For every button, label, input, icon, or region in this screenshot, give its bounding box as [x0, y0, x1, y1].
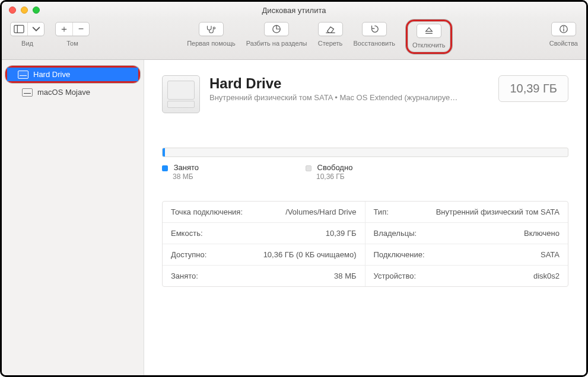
erase-button[interactable]: [318, 22, 343, 36]
chevron-down-icon: [27, 23, 44, 36]
toolbar-item-partition: Разбить на разделы: [246, 22, 307, 47]
svg-point-8: [563, 27, 564, 27]
usage-bar-used: [163, 148, 165, 156]
info-icon: [558, 24, 569, 34]
legend-free: Свободно 10,36 ГБ: [306, 163, 352, 181]
minus-icon: −: [72, 23, 89, 36]
info-table: Точка подключения:/Volumes/Hard Drive Ем…: [162, 201, 568, 287]
plus-icon: ＋: [56, 23, 72, 36]
toolbar-item-info: Свойства: [549, 22, 578, 47]
view-mode-button[interactable]: [10, 22, 45, 36]
svg-rect-0: [14, 25, 24, 33]
info-button[interactable]: [551, 22, 576, 36]
erase-label: Стереть: [318, 40, 343, 47]
toolbar-item-erase: Стереть: [318, 22, 343, 47]
info-col-left: Точка подключения:/Volumes/Hard Drive Ем…: [163, 202, 365, 286]
restore-arrow-icon: [369, 24, 380, 34]
legend-free-value: 10,36 ГБ: [316, 172, 345, 181]
zoom-window-button[interactable]: [33, 7, 40, 14]
usage-legend: Занято 38 МБ Свободно 10,36 ГБ: [162, 163, 568, 181]
drive-title-block: Hard Drive Внутренний физический том SAT…: [209, 75, 489, 102]
legend-used-value: 38 МБ: [173, 172, 193, 181]
legend-free-label: Свободно: [317, 163, 353, 172]
restore-label: Восстановить: [354, 40, 395, 47]
content-area: Hard Drive macOS Mojave Hard Drive Внутр…: [2, 60, 586, 375]
view-label: Вид: [21, 40, 33, 47]
close-window-button[interactable]: [9, 7, 16, 14]
unmount-label: Отключить: [412, 41, 446, 49]
pie-icon: [271, 24, 282, 34]
legend-dot-used-icon: [162, 165, 168, 171]
info-row-owners: Владельцы:Включено: [365, 223, 568, 244]
toolbar-item-volume: ＋ − Том: [55, 22, 90, 47]
stethoscope-icon: [206, 24, 217, 34]
window-title: Дисковая утилита: [2, 6, 586, 15]
sidebar-item-hard-drive[interactable]: Hard Drive: [7, 68, 138, 81]
svg-point-2: [213, 27, 215, 29]
info-row-used: Занято:38 МБ: [163, 266, 365, 286]
window-controls: [9, 7, 40, 14]
info-row-capacity: Емкость:10,39 ГБ: [163, 223, 365, 244]
info-row-device: Устройство:disk0s2: [365, 266, 568, 286]
toolbar-item-restore: Восстановить: [354, 22, 395, 47]
eraser-icon: [325, 24, 336, 34]
restore-button[interactable]: [362, 22, 387, 36]
minimize-window-button[interactable]: [21, 7, 28, 14]
capacity-badge: 10,39 ГБ: [498, 75, 568, 102]
drive-subtitle: Внутренний физический том SATA • Mac OS …: [209, 93, 471, 102]
toolbar-item-first-aid: Первая помощь: [187, 22, 236, 47]
info-row-type: Тип:Внутренний физический том SATA: [365, 202, 568, 223]
disk-utility-window: Дисковая утилита Вид ＋ − Том: [0, 0, 588, 377]
info-row-connection: Подключение:SATA: [365, 244, 568, 266]
partition-button[interactable]: [264, 22, 289, 36]
sidebar-item-label: Hard Drive: [33, 70, 70, 79]
usage-bar: [162, 148, 568, 157]
volume-buttons[interactable]: ＋ −: [55, 22, 90, 36]
unmount-highlight: Отключить: [406, 20, 452, 54]
titlebar: Дисковая утилита: [2, 2, 586, 18]
main-panel: Hard Drive Внутренний физический том SAT…: [144, 60, 586, 375]
info-row-mount-point: Точка подключения:/Volumes/Hard Drive: [163, 202, 365, 223]
sidebar-toggle-icon: [11, 23, 27, 36]
toolbar: Вид ＋ − Том Первая помощь Разбить на раз…: [2, 18, 586, 60]
volume-label: Том: [66, 40, 78, 47]
sidebar-selection-highlight: Hard Drive: [5, 66, 140, 83]
drive-large-icon: [162, 75, 200, 113]
drive-header: Hard Drive Внутренний физический том SAT…: [162, 75, 568, 113]
toolbar-item-view: Вид: [10, 22, 45, 47]
drive-name: Hard Drive: [209, 75, 489, 92]
legend-dot-free-icon: [306, 165, 312, 171]
first-aid-button[interactable]: [199, 22, 224, 36]
eject-icon: [424, 26, 434, 36]
info-label: Свойства: [549, 40, 578, 47]
sidebar-item-macos-mojave[interactable]: macOS Mojave: [2, 85, 144, 99]
partition-label: Разбить на разделы: [246, 40, 307, 47]
info-col-right: Тип:Внутренний физический том SATA Владе…: [365, 202, 568, 286]
disk-icon: [18, 71, 28, 79]
first-aid-label: Первая помощь: [187, 40, 236, 47]
sidebar-item-label: macOS Mojave: [37, 88, 90, 97]
legend-used-label: Занято: [174, 163, 199, 172]
toolbar-item-unmount: Отключить: [412, 24, 446, 49]
sidebar: Hard Drive macOS Mojave: [2, 60, 144, 375]
disk-icon: [22, 88, 33, 97]
info-row-available: Доступно:10,36 ГБ (0 КБ очищаемо): [163, 244, 365, 266]
unmount-button[interactable]: [417, 24, 441, 38]
legend-used: Занято 38 МБ: [162, 163, 199, 181]
